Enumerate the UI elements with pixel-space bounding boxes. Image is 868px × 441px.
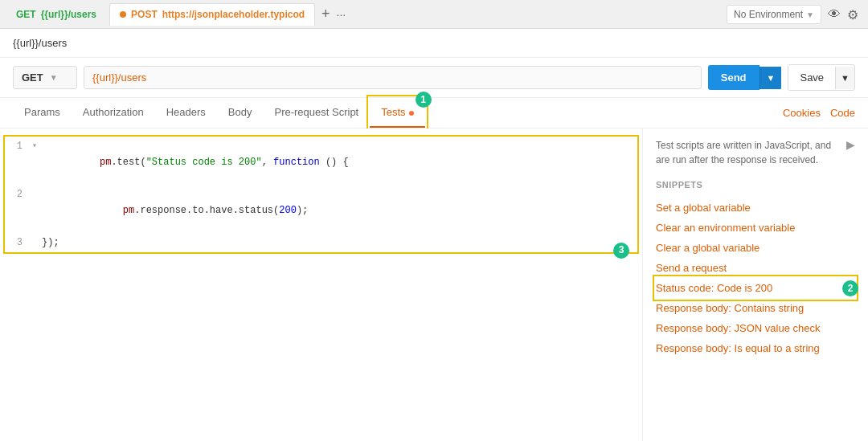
tab-get-users[interactable]: GET {{url}}/users [6,3,106,26]
snippet-send-request[interactable]: Send a request [656,258,855,278]
main-content: 1 ▾ pm.test("Status code is 200", functi… [0,129,868,441]
line-expand-1: ▾ [32,138,42,154]
code-editor[interactable]: 1 ▾ pm.test("Status code is 200", functi… [0,129,643,441]
snippets-description: Test scripts are written in JavaScript, … [656,138,846,167]
snippets-section-label: SNIPPETS [656,180,855,190]
badge-3: 3 [613,243,629,259]
tab-post-placeholder[interactable]: POST https://jsonplaceholder.typicod [109,3,315,26]
tests-dot [409,111,414,116]
code-line-1: 1 ▾ pm.test("Status code is 200", functi… [6,138,636,186]
tab-dot-orange [120,11,126,18]
line-content-1: pm.test("Status code is 200", function (… [42,138,636,186]
method-selector[interactable]: GET ▼ [13,66,77,89]
tab-url-get: {{url}}/users [41,9,96,20]
environment-selector[interactable]: No Environment ▼ [727,5,821,24]
save-button-group: Save ▼ [788,64,855,91]
url-bar: GET ▼ Send ▼ Save ▼ [0,58,868,98]
snippets-expand-icon[interactable]: ▶ [846,138,855,151]
snippet-clear-env[interactable]: Clear an environment variable [656,218,855,238]
code-line-2: 2 pm.response.to.have.status(200); [6,186,636,235]
tab-method-post: POST [131,9,158,20]
method-label: GET [22,71,43,84]
tab-body[interactable]: Body [217,98,264,128]
save-button[interactable]: Save [788,65,835,90]
cookies-link[interactable]: Cookies [783,107,821,119]
line-content-3: }); [42,235,636,251]
gear-icon[interactable]: ⚙ [847,7,858,22]
add-tab-icon[interactable]: + [321,6,330,22]
url-input[interactable] [84,66,702,89]
request-tabs: Params Authorization Headers Body Pre-re… [0,98,868,129]
code-link[interactable]: Code [830,107,855,119]
line-content-2: pm.response.to.have.status(200); [42,186,636,235]
more-tabs-icon[interactable]: ··· [337,8,346,21]
tab-url-post: https://jsonplaceholder.typicod [162,9,305,20]
eye-icon[interactable]: 👁 [828,7,841,22]
tab-authorization[interactable]: Authorization [72,98,155,128]
snippet-body-contains[interactable]: Response body: Contains string [656,298,855,318]
send-button-group: Send ▼ [708,65,782,90]
method-dropdown-icon: ▼ [50,73,58,82]
env-dropdown-icon: ▼ [806,10,814,19]
snippet-clear-global[interactable]: Clear a global variable [656,238,855,258]
badge-2: 2 [842,280,858,296]
tab-prerequest[interactable]: Pre-request Script [263,98,370,128]
tab-params[interactable]: Params [13,98,72,128]
save-dropdown-button[interactable]: ▼ [835,67,854,89]
snippet-body-equal[interactable]: Response body: Is equal to a string [656,338,855,358]
send-dropdown-button[interactable]: ▼ [760,67,782,89]
line-number-1: 1 [6,138,32,154]
code-line-3: 3 }); 3 [6,235,636,251]
send-button[interactable]: Send [708,65,760,90]
badge-1: 1 [416,92,432,108]
line-number-2: 2 [6,186,32,202]
snippet-body-json[interactable]: Response body: JSON value check [656,318,855,338]
tab-method-get: GET [16,9,36,20]
tab-headers[interactable]: Headers [155,98,217,128]
snippet-status-code[interactable]: Status code: Code is 200 [656,278,855,298]
env-label: No Environment [734,9,803,20]
snippet-set-global[interactable]: Set a global variable [656,198,855,218]
request-title: {{url}}/users [0,29,868,58]
snippets-panel: Test scripts are written in JavaScript, … [643,129,868,441]
line-number-3: 3 [6,235,32,251]
